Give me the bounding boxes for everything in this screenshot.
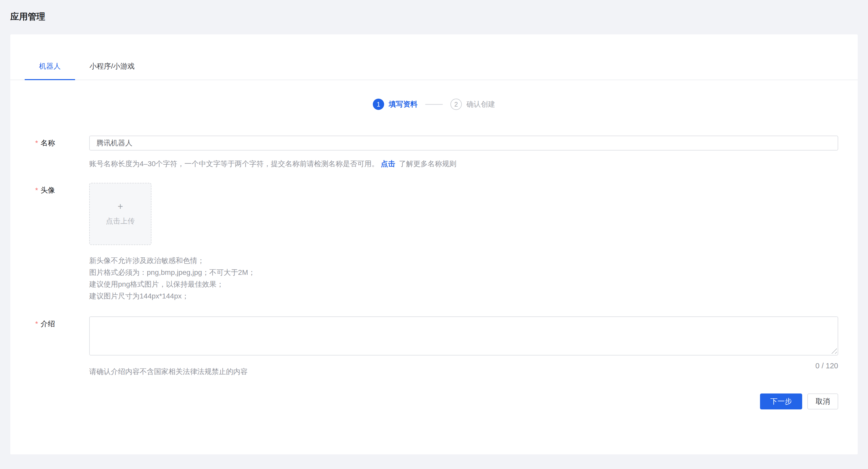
step-connector [425,104,443,105]
create-robot-form: *名称 账号名称长度为4–30个字符，一个中文字等于两个字符，提交名称前请检测名… [10,136,858,409]
name-help-prefix: 账号名称长度为4–30个字符，一个中文字等于两个字符，提交名称前请检测名称是否可… [89,160,379,168]
name-rules-link[interactable]: 点击 [381,160,395,168]
avatar-note-line: 新头像不允许涉及政治敏感和色情； [89,255,838,267]
cancel-button[interactable]: 取消 [807,394,838,409]
step-2-circle: 2 [451,99,462,110]
avatar-upload-label: 点击上传 [106,216,135,226]
char-counter: 0 / 120 [815,362,838,370]
form-actions: 下一步 取消 [89,394,838,409]
avatar-note-line: 图片格式必须为：png,bmp,jpeg,jpg；不可大于2M； [89,267,838,278]
avatar-field-row: *头像 + 点击上传 新头像不允许涉及政治敏感和色情； 图片格式必须为：png,… [35,183,838,302]
step-indicator: 1 填写资料 2 确认创建 [10,99,858,110]
avatar-notes: 新头像不允许涉及政治敏感和色情； 图片格式必须为：png,bmp,jpeg,jp… [89,255,838,302]
next-step-button[interactable]: 下一步 [760,394,802,409]
name-field-content: 账号名称长度为4–30个字符，一个中文字等于两个字符，提交名称前请检测名称是否可… [89,136,838,169]
name-input[interactable] [89,136,838,150]
intro-field-row: *介绍 请确认介绍内容不含国家相关法律法规禁止的内容 0 / 120 下一步 取… [35,316,838,409]
content-card: 机器人 小程序/小游戏 1 填写资料 2 确认创建 *名称 账号名称长度为4–3… [10,34,858,455]
step-2-label: 确认创建 [466,99,495,109]
name-label-text: 名称 [41,139,55,147]
required-asterisk: * [35,186,38,194]
intro-textarea[interactable] [89,316,838,356]
avatar-note-line: 建议使用png格式图片，以保持最佳效果； [89,278,838,290]
tab-miniprogram[interactable]: 小程序/小游戏 [75,53,149,79]
name-field-row: *名称 账号名称长度为4–30个字符，一个中文字等于两个字符，提交名称前请检测名… [35,136,838,169]
required-asterisk: * [35,320,38,328]
required-asterisk: * [35,139,38,147]
plus-icon: + [118,202,123,211]
step-2: 2 确认创建 [451,99,495,110]
name-help-suffix: 了解更多名称规则 [399,160,456,168]
avatar-field-content: + 点击上传 新头像不允许涉及政治敏感和色情； 图片格式必须为：png,bmp,… [89,183,838,302]
step-1: 1 填写资料 [373,99,417,110]
intro-label: *介绍 [35,316,89,331]
name-help-text: 账号名称长度为4–30个字符，一个中文字等于两个字符，提交名称前请检测名称是否可… [89,159,838,169]
tab-miniprogram-label: 小程序/小游戏 [90,62,135,70]
name-label: *名称 [35,136,89,150]
step-1-label: 填写资料 [389,99,417,109]
intro-textarea-wrap [89,316,838,356]
tab-robot-label: 机器人 [39,62,61,70]
intro-help-text: 请确认介绍内容不含国家相关法律法规禁止的内容 [89,367,248,376]
page-header: 应用管理 [0,0,868,22]
step-1-circle: 1 [373,99,384,110]
page-title: 应用管理 [10,11,858,22]
intro-field-content: 请确认介绍内容不含国家相关法律法规禁止的内容 0 / 120 下一步 取消 [89,316,838,409]
intro-meta-row: 请确认介绍内容不含国家相关法律法规禁止的内容 0 / 120 [89,356,838,376]
tab-bar: 机器人 小程序/小游戏 [10,34,858,80]
avatar-upload-box[interactable]: + 点击上传 [89,183,151,245]
intro-label-text: 介绍 [41,320,55,328]
avatar-note-line: 建议图片尺寸为144px*144px； [89,290,838,302]
tab-robot[interactable]: 机器人 [25,53,75,79]
avatar-label: *头像 [35,183,89,198]
avatar-label-text: 头像 [41,186,55,194]
